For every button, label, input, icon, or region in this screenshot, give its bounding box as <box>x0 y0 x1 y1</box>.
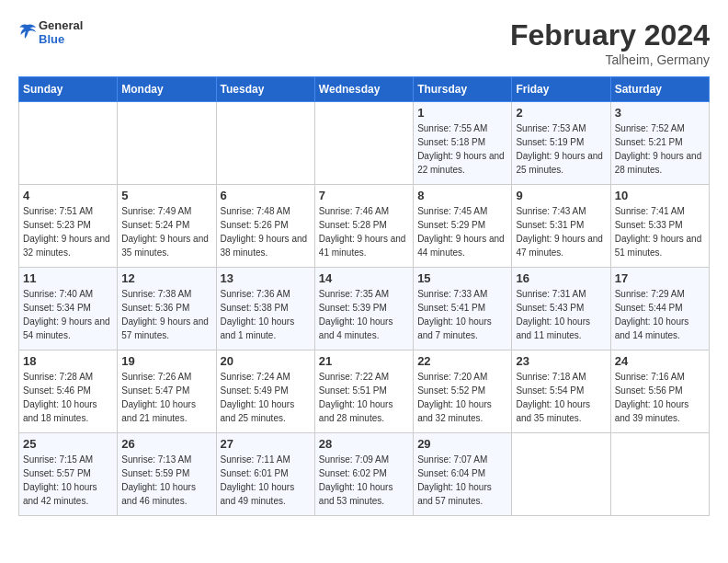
calendar-cell: 12Sunrise: 7:38 AMSunset: 5:36 PMDayligh… <box>118 268 216 350</box>
calendar-cell <box>19 102 118 185</box>
day-info: Sunrise: 7:20 AMSunset: 5:52 PMDaylight:… <box>417 370 507 425</box>
calendar-cell: 22Sunrise: 7:20 AMSunset: 5:52 PMDayligh… <box>414 350 512 433</box>
day-number: 27 <box>221 437 311 451</box>
day-number: 4 <box>23 189 113 202</box>
title-block: February 2024 Talheim, Germany <box>510 18 710 67</box>
calendar-cell: 5Sunrise: 7:49 AMSunset: 5:24 PMDaylight… <box>118 185 216 268</box>
day-info: Sunrise: 7:43 AMSunset: 5:31 PMDaylight:… <box>516 204 606 259</box>
day-number: 6 <box>221 189 311 202</box>
calendar-cell: 10Sunrise: 7:41 AMSunset: 5:33 PMDayligh… <box>610 185 709 268</box>
calendar-cell: 23Sunrise: 7:18 AMSunset: 5:54 PMDayligh… <box>512 350 610 433</box>
weekday-header-tuesday: Tuesday <box>216 77 314 102</box>
day-number: 7 <box>319 189 409 202</box>
day-info: Sunrise: 7:31 AMSunset: 5:43 PMDaylight:… <box>516 287 606 342</box>
calendar-cell: 2Sunrise: 7:53 AMSunset: 5:19 PMDaylight… <box>512 102 610 185</box>
day-info: Sunrise: 7:11 AMSunset: 6:01 PMDaylight:… <box>221 453 311 508</box>
day-number: 3 <box>615 106 705 120</box>
calendar-cell: 16Sunrise: 7:31 AMSunset: 5:43 PMDayligh… <box>512 268 610 350</box>
calendar-cell: 19Sunrise: 7:26 AMSunset: 5:47 PMDayligh… <box>118 350 216 433</box>
calendar-table: SundayMondayTuesdayWednesdayThursdayFrid… <box>18 76 710 516</box>
week-row-2: 4Sunrise: 7:51 AMSunset: 5:23 PMDaylight… <box>19 185 710 268</box>
calendar-cell <box>216 102 314 185</box>
location: Talheim, Germany <box>510 52 710 67</box>
day-info: Sunrise: 7:29 AMSunset: 5:44 PMDaylight:… <box>615 287 705 342</box>
day-number: 10 <box>615 189 705 202</box>
day-number: 5 <box>121 189 211 202</box>
calendar-cell: 15Sunrise: 7:33 AMSunset: 5:41 PMDayligh… <box>414 268 512 350</box>
calendar-cell: 13Sunrise: 7:36 AMSunset: 5:38 PMDayligh… <box>216 268 314 350</box>
week-row-4: 18Sunrise: 7:28 AMSunset: 5:46 PMDayligh… <box>19 350 710 433</box>
calendar-cell: 27Sunrise: 7:11 AMSunset: 6:01 PMDayligh… <box>216 433 314 516</box>
calendar-cell <box>512 433 610 516</box>
calendar-cell: 20Sunrise: 7:24 AMSunset: 5:49 PMDayligh… <box>216 350 314 433</box>
day-info: Sunrise: 7:15 AMSunset: 5:57 PMDaylight:… <box>23 453 113 508</box>
day-info: Sunrise: 7:52 AMSunset: 5:21 PMDaylight:… <box>615 121 705 177</box>
day-info: Sunrise: 7:40 AMSunset: 5:34 PMDaylight:… <box>23 287 113 342</box>
day-info: Sunrise: 7:33 AMSunset: 5:41 PMDaylight:… <box>417 287 507 342</box>
day-number: 19 <box>121 354 211 368</box>
day-number: 26 <box>121 437 211 451</box>
calendar-cell: 17Sunrise: 7:29 AMSunset: 5:44 PMDayligh… <box>610 268 709 350</box>
weekday-header-sunday: Sunday <box>19 77 118 102</box>
calendar-cell <box>118 102 216 185</box>
calendar-cell: 7Sunrise: 7:46 AMSunset: 5:28 PMDaylight… <box>314 185 413 268</box>
day-number: 18 <box>23 354 113 368</box>
day-info: Sunrise: 7:16 AMSunset: 5:56 PMDaylight:… <box>615 370 705 425</box>
day-info: Sunrise: 7:51 AMSunset: 5:23 PMDaylight:… <box>23 204 113 259</box>
day-info: Sunrise: 7:26 AMSunset: 5:47 PMDaylight:… <box>121 370 211 425</box>
day-number: 8 <box>417 189 507 202</box>
day-info: Sunrise: 7:46 AMSunset: 5:28 PMDaylight:… <box>319 204 409 259</box>
calendar-cell <box>610 433 709 516</box>
calendar-cell: 21Sunrise: 7:22 AMSunset: 5:51 PMDayligh… <box>314 350 413 433</box>
day-info: Sunrise: 7:07 AMSunset: 6:04 PMDaylight:… <box>417 453 507 508</box>
logo: General Blue <box>18 18 83 46</box>
calendar-cell: 25Sunrise: 7:15 AMSunset: 5:57 PMDayligh… <box>19 433 118 516</box>
day-info: Sunrise: 7:45 AMSunset: 5:29 PMDaylight:… <box>417 204 507 259</box>
weekday-header-monday: Monday <box>118 77 216 102</box>
bird-icon <box>18 21 37 40</box>
calendar-cell <box>314 102 413 185</box>
weekday-header-wednesday: Wednesday <box>314 77 413 102</box>
day-info: Sunrise: 7:48 AMSunset: 5:26 PMDaylight:… <box>221 204 311 259</box>
day-number: 20 <box>221 354 311 368</box>
day-number: 14 <box>319 271 409 285</box>
day-number: 12 <box>121 271 211 285</box>
calendar-cell: 26Sunrise: 7:13 AMSunset: 5:59 PMDayligh… <box>118 433 216 516</box>
calendar-cell: 3Sunrise: 7:52 AMSunset: 5:21 PMDaylight… <box>610 102 709 185</box>
calendar-cell: 8Sunrise: 7:45 AMSunset: 5:29 PMDaylight… <box>414 185 512 268</box>
day-number: 29 <box>417 437 507 451</box>
day-number: 1 <box>417 106 507 120</box>
week-row-1: 1Sunrise: 7:55 AMSunset: 5:18 PMDaylight… <box>19 102 710 185</box>
day-number: 9 <box>516 189 606 202</box>
day-info: Sunrise: 7:49 AMSunset: 5:24 PMDaylight:… <box>121 204 211 259</box>
calendar-cell: 18Sunrise: 7:28 AMSunset: 5:46 PMDayligh… <box>19 350 118 433</box>
day-info: Sunrise: 7:22 AMSunset: 5:51 PMDaylight:… <box>319 370 409 425</box>
weekday-header-row: SundayMondayTuesdayWednesdayThursdayFrid… <box>19 77 710 102</box>
day-info: Sunrise: 7:53 AMSunset: 5:19 PMDaylight:… <box>516 121 606 177</box>
calendar-cell: 24Sunrise: 7:16 AMSunset: 5:56 PMDayligh… <box>610 350 709 433</box>
day-info: Sunrise: 7:24 AMSunset: 5:49 PMDaylight:… <box>221 370 311 425</box>
day-info: Sunrise: 7:35 AMSunset: 5:39 PMDaylight:… <box>319 287 409 342</box>
weekday-header-saturday: Saturday <box>610 77 709 102</box>
day-info: Sunrise: 7:18 AMSunset: 5:54 PMDaylight:… <box>516 370 606 425</box>
day-number: 2 <box>516 106 606 120</box>
day-info: Sunrise: 7:41 AMSunset: 5:33 PMDaylight:… <box>615 204 705 259</box>
calendar-cell: 9Sunrise: 7:43 AMSunset: 5:31 PMDaylight… <box>512 185 610 268</box>
day-number: 23 <box>516 354 606 368</box>
day-info: Sunrise: 7:09 AMSunset: 6:02 PMDaylight:… <box>319 453 409 508</box>
day-info: Sunrise: 7:38 AMSunset: 5:36 PMDaylight:… <box>121 287 211 342</box>
calendar-cell: 28Sunrise: 7:09 AMSunset: 6:02 PMDayligh… <box>314 433 413 516</box>
day-number: 28 <box>319 437 409 451</box>
calendar-cell: 1Sunrise: 7:55 AMSunset: 5:18 PMDaylight… <box>414 102 512 185</box>
day-info: Sunrise: 7:36 AMSunset: 5:38 PMDaylight:… <box>221 287 311 342</box>
calendar-cell: 14Sunrise: 7:35 AMSunset: 5:39 PMDayligh… <box>314 268 413 350</box>
month-title: February 2024 <box>510 18 710 52</box>
calendar-cell: 11Sunrise: 7:40 AMSunset: 5:34 PMDayligh… <box>19 268 118 350</box>
calendar-cell: 29Sunrise: 7:07 AMSunset: 6:04 PMDayligh… <box>414 433 512 516</box>
day-info: Sunrise: 7:55 AMSunset: 5:18 PMDaylight:… <box>417 121 507 177</box>
day-number: 16 <box>516 271 606 285</box>
week-row-5: 25Sunrise: 7:15 AMSunset: 5:57 PMDayligh… <box>19 433 710 516</box>
week-row-3: 11Sunrise: 7:40 AMSunset: 5:34 PMDayligh… <box>19 268 710 350</box>
day-number: 17 <box>615 271 705 285</box>
day-number: 15 <box>417 271 507 285</box>
